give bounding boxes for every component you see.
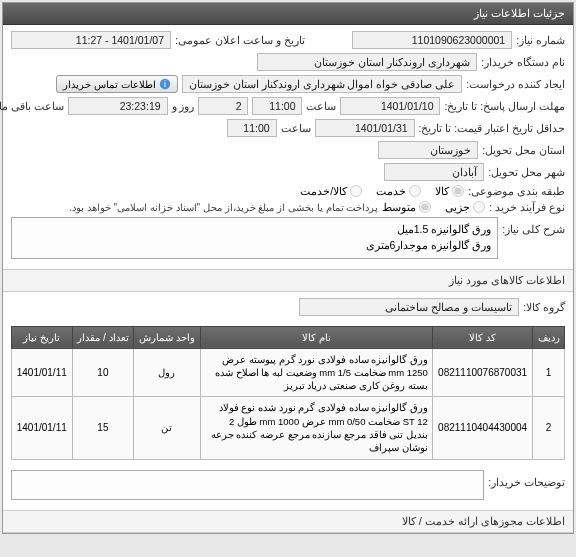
validity-label: حداقل تاریخ اعتبار قیمت: تا تاریخ: (419, 122, 565, 134)
time-label-1: ساعت (306, 100, 336, 112)
buyer-notes-label: توضیحات خریدار: (488, 470, 565, 488)
cell-name: ورق گالوانیزه ساده فولادی نورد گرم پیوست… (200, 348, 432, 397)
cell-unit: رول (134, 348, 200, 397)
cell-unit: تن (134, 397, 200, 459)
req-no-field: 1101090623000001 (352, 31, 512, 49)
summary-box: ورق گالوانیزه 1.5میل ورق گالوانیزه موجدا… (11, 217, 498, 259)
info-icon: i (159, 78, 171, 90)
main-panel: جزئیات اطلاعات نیاز شماره نیاز: 11010906… (2, 2, 574, 534)
cell-date: 1401/01/11 (12, 397, 73, 459)
panel-header: جزئیات اطلاعات نیاز (3, 3, 573, 25)
class-service-radio[interactable]: خدمت (376, 185, 421, 197)
remain-label: ساعت باقی مانده (0, 100, 64, 112)
process-mid-radio[interactable]: متوسط (382, 201, 431, 213)
footer-section-title: اطلاعات مجوزهای ارائه خدمت / کالا (3, 510, 573, 533)
class-radio-group: کالا خدمت کالا/خدمت (300, 185, 464, 197)
days-label: روز و (172, 100, 195, 112)
contact-btn-label: اطلاعات تماس خریدار (63, 79, 156, 90)
cell-idx: 2 (533, 397, 565, 459)
city-label: شهر محل تحویل: (488, 166, 565, 178)
col-unit: واحد شمارش (134, 326, 200, 348)
cell-qty: 15 (72, 397, 134, 459)
province-field: خوزستان (378, 141, 478, 159)
summary-line-2: ورق گالوانیزه موجدار6متری (18, 238, 491, 254)
goods-section-title: اطلاعات کالاهای مورد نیاز (3, 269, 573, 292)
deadline-time-field: 11:00 (252, 97, 302, 115)
province-label: استان محل تحویل: (482, 144, 565, 156)
process-low-radio[interactable]: جزیی (445, 201, 485, 213)
remain-field: 23:23:19 (68, 97, 168, 115)
cell-code: 0821110404430004 (432, 397, 532, 459)
form-area: شماره نیاز: 1101090623000001 تاریخ و ساع… (3, 25, 573, 269)
class-goods-radio[interactable]: کالا (435, 185, 464, 197)
creator-field: علی صادقی خواه اموال شهرداری اروندکنار ا… (182, 75, 462, 93)
buyer-label: نام دستگاه خریدار: (481, 56, 565, 68)
goods-group-field: تاسیسات و مصالح ساختمانی (299, 298, 519, 316)
deadline-label: مهلت ارسال پاسخ: تا تاریخ: (444, 100, 565, 112)
validity-time-field: 11:00 (227, 119, 277, 137)
summary-line-1: ورق گالوانیزه 1.5میل (18, 222, 491, 238)
city-field: آبادان (384, 163, 484, 181)
cell-idx: 1 (533, 348, 565, 397)
process-label: نوع فرآیند خرید : (489, 201, 565, 213)
buyer-notes-box (11, 470, 484, 500)
buyer-field: شهرداری اروندکنار استان خوزستان (257, 53, 477, 71)
goods-group-label: گروه کالا: (523, 301, 565, 313)
process-radio-group: جزیی متوسط (382, 201, 485, 213)
cell-code: 0821110076870031 (432, 348, 532, 397)
time-label-2: ساعت (281, 122, 311, 134)
col-qty: تعداد / مقدار (72, 326, 134, 348)
cell-date: 1401/01/11 (12, 348, 73, 397)
class-label: طبقه بندی موضوعی: (468, 185, 565, 197)
cell-name: ورق گالوانیزه ساده فولادی گرم نورد شده ن… (200, 397, 432, 459)
col-code: کد کالا (432, 326, 532, 348)
col-idx: ردیف (533, 326, 565, 348)
validity-date-field: 1401/01/31 (315, 119, 415, 137)
col-date: تاریخ نیاز (12, 326, 73, 348)
cell-qty: 10 (72, 348, 134, 397)
req-no-label: شماره نیاز: (516, 34, 565, 46)
col-name: نام کالا (200, 326, 432, 348)
class-both-radio[interactable]: کالا/خدمت (300, 185, 362, 197)
deadline-date-field: 1401/01/10 (340, 97, 440, 115)
announce-field: 1401/01/07 - 11:27 (11, 31, 171, 49)
table-row: 1 0821110076870031 ورق گالوانیزه ساده فو… (12, 348, 565, 397)
announce-label: تاریخ و ساعت اعلان عمومی: (175, 34, 305, 46)
process-note: پرداخت تمام یا بخشی از مبلغ خرید،از محل … (69, 202, 378, 213)
days-field: 2 (198, 97, 248, 115)
table-row: 2 0821110404430004 ورق گالوانیزه ساده فو… (12, 397, 565, 459)
goods-table: ردیف کد کالا نام کالا واحد شمارش تعداد /… (11, 326, 565, 460)
creator-label: ایجاد کننده درخواست: (466, 78, 565, 90)
svg-text:i: i (164, 80, 166, 89)
table-header-row: ردیف کد کالا نام کالا واحد شمارش تعداد /… (12, 326, 565, 348)
summary-label: شرح کلی نیاز: (502, 217, 565, 235)
contact-buyer-button[interactable]: i اطلاعات تماس خریدار (56, 75, 178, 93)
panel-title: جزئیات اطلاعات نیاز (474, 7, 565, 19)
